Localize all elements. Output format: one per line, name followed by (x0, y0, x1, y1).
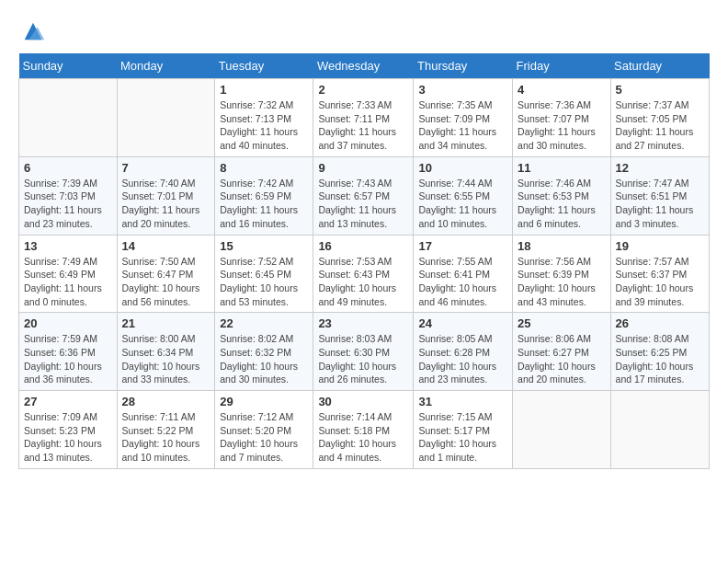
day-info: Sunrise: 7:44 AM Sunset: 6:55 PM Dayligh… (418, 177, 507, 231)
calendar-cell (513, 391, 611, 469)
calendar-cell: 9Sunrise: 7:43 AM Sunset: 6:57 PM Daylig… (313, 156, 414, 235)
day-info: Sunrise: 7:56 AM Sunset: 6:39 PM Dayligh… (518, 255, 606, 309)
day-info: Sunrise: 7:32 AM Sunset: 7:13 PM Dayligh… (220, 98, 308, 153)
day-number: 25 (518, 316, 606, 330)
weekday-header: Monday (117, 53, 215, 79)
day-info: Sunrise: 7:39 AM Sunset: 7:03 PM Dayligh… (24, 177, 112, 231)
day-number: 9 (318, 161, 408, 175)
day-number: 26 (616, 316, 704, 330)
day-number: 27 (24, 395, 112, 408)
day-info: Sunrise: 8:03 AM Sunset: 6:30 PM Dayligh… (318, 332, 408, 386)
day-number: 13 (24, 239, 112, 253)
day-number: 10 (418, 161, 507, 175)
weekday-header: Friday (513, 53, 611, 79)
day-number: 17 (418, 239, 507, 253)
calendar-cell: 13Sunrise: 7:49 AM Sunset: 6:49 PM Dayli… (19, 235, 118, 313)
day-number: 20 (24, 316, 112, 330)
day-number: 16 (318, 239, 408, 253)
day-number: 24 (418, 316, 507, 330)
calendar-week-row: 1Sunrise: 7:32 AM Sunset: 7:13 PM Daylig… (19, 79, 710, 157)
day-info: Sunrise: 7:46 AM Sunset: 6:53 PM Dayligh… (518, 177, 606, 231)
day-number: 15 (220, 239, 308, 253)
calendar-cell: 16Sunrise: 7:53 AM Sunset: 6:43 PM Dayli… (313, 235, 414, 313)
calendar-cell: 29Sunrise: 7:12 AM Sunset: 5:20 PM Dayli… (215, 391, 313, 469)
day-info: Sunrise: 7:40 AM Sunset: 7:01 PM Dayligh… (122, 177, 210, 231)
day-info: Sunrise: 7:43 AM Sunset: 6:57 PM Dayligh… (318, 177, 408, 231)
calendar-cell: 2Sunrise: 7:33 AM Sunset: 7:11 PM Daylig… (313, 79, 414, 157)
calendar-cell: 6Sunrise: 7:39 AM Sunset: 7:03 PM Daylig… (19, 156, 118, 235)
day-number: 14 (122, 239, 210, 253)
calendar-cell: 21Sunrise: 8:00 AM Sunset: 6:34 PM Dayli… (117, 313, 215, 391)
day-info: Sunrise: 7:57 AM Sunset: 6:37 PM Dayligh… (616, 255, 704, 309)
logo (18, 18, 46, 44)
day-number: 21 (122, 316, 210, 330)
calendar-cell (117, 79, 215, 157)
day-info: Sunrise: 7:36 AM Sunset: 7:07 PM Dayligh… (518, 98, 606, 153)
day-info: Sunrise: 7:12 AM Sunset: 5:20 PM Dayligh… (220, 410, 308, 465)
calendar-cell: 26Sunrise: 8:08 AM Sunset: 6:25 PM Dayli… (610, 313, 709, 391)
calendar-cell: 11Sunrise: 7:46 AM Sunset: 6:53 PM Dayli… (513, 156, 611, 235)
day-info: Sunrise: 7:55 AM Sunset: 6:41 PM Dayligh… (418, 255, 507, 309)
weekday-header: Saturday (610, 53, 709, 79)
calendar-cell: 20Sunrise: 7:59 AM Sunset: 6:36 PM Dayli… (19, 313, 118, 391)
day-number: 22 (220, 316, 308, 330)
calendar-cell: 15Sunrise: 7:52 AM Sunset: 6:45 PM Dayli… (215, 235, 313, 313)
day-number: 28 (122, 395, 210, 408)
weekday-header: Thursday (414, 53, 513, 79)
calendar-cell: 7Sunrise: 7:40 AM Sunset: 7:01 PM Daylig… (117, 156, 215, 235)
day-number: 23 (318, 316, 408, 330)
day-number: 6 (24, 161, 112, 175)
calendar-cell: 18Sunrise: 7:56 AM Sunset: 6:39 PM Dayli… (513, 235, 611, 313)
calendar-cell: 3Sunrise: 7:35 AM Sunset: 7:09 PM Daylig… (414, 79, 513, 157)
day-info: Sunrise: 7:49 AM Sunset: 6:49 PM Dayligh… (24, 255, 112, 309)
day-info: Sunrise: 8:00 AM Sunset: 6:34 PM Dayligh… (122, 332, 210, 386)
calendar-week-row: 13Sunrise: 7:49 AM Sunset: 6:49 PM Dayli… (19, 235, 710, 313)
calendar-cell: 10Sunrise: 7:44 AM Sunset: 6:55 PM Dayli… (414, 156, 513, 235)
day-info: Sunrise: 7:47 AM Sunset: 6:51 PM Dayligh… (616, 177, 704, 231)
day-info: Sunrise: 8:08 AM Sunset: 6:25 PM Dayligh… (616, 332, 704, 386)
day-info: Sunrise: 7:35 AM Sunset: 7:09 PM Dayligh… (418, 98, 507, 153)
day-number: 18 (518, 239, 606, 253)
day-number: 5 (616, 83, 704, 97)
day-info: Sunrise: 7:33 AM Sunset: 7:11 PM Dayligh… (318, 98, 408, 153)
weekday-header: Tuesday (215, 53, 313, 79)
calendar-cell (610, 391, 709, 469)
day-info: Sunrise: 7:53 AM Sunset: 6:43 PM Dayligh… (318, 255, 408, 309)
logo-icon (20, 18, 46, 44)
calendar-cell: 24Sunrise: 8:05 AM Sunset: 6:28 PM Dayli… (414, 313, 513, 391)
day-number: 30 (318, 395, 408, 408)
calendar-week-row: 6Sunrise: 7:39 AM Sunset: 7:03 PM Daylig… (19, 156, 710, 235)
day-info: Sunrise: 8:05 AM Sunset: 6:28 PM Dayligh… (418, 332, 507, 386)
calendar-header-row: SundayMondayTuesdayWednesdayThursdayFrid… (19, 53, 710, 79)
calendar-cell: 19Sunrise: 7:57 AM Sunset: 6:37 PM Dayli… (610, 235, 709, 313)
calendar-cell: 30Sunrise: 7:14 AM Sunset: 5:18 PM Dayli… (313, 391, 414, 469)
day-info: Sunrise: 8:06 AM Sunset: 6:27 PM Dayligh… (518, 332, 606, 386)
calendar-cell: 23Sunrise: 8:03 AM Sunset: 6:30 PM Dayli… (313, 313, 414, 391)
weekday-header: Wednesday (313, 53, 414, 79)
calendar-cell: 12Sunrise: 7:47 AM Sunset: 6:51 PM Dayli… (610, 156, 709, 235)
calendar-cell: 5Sunrise: 7:37 AM Sunset: 7:05 PM Daylig… (610, 79, 709, 157)
day-number: 8 (220, 161, 308, 175)
calendar-cell: 25Sunrise: 8:06 AM Sunset: 6:27 PM Dayli… (513, 313, 611, 391)
calendar-cell: 1Sunrise: 7:32 AM Sunset: 7:13 PM Daylig… (215, 79, 313, 157)
day-number: 2 (318, 83, 408, 97)
calendar-cell (19, 79, 118, 157)
page-header (18, 18, 710, 44)
day-info: Sunrise: 7:15 AM Sunset: 5:17 PM Dayligh… (418, 410, 507, 465)
day-info: Sunrise: 7:14 AM Sunset: 5:18 PM Dayligh… (318, 410, 408, 465)
day-number: 29 (220, 395, 308, 408)
calendar-week-row: 20Sunrise: 7:59 AM Sunset: 6:36 PM Dayli… (19, 313, 710, 391)
calendar-cell: 4Sunrise: 7:36 AM Sunset: 7:07 PM Daylig… (513, 79, 611, 157)
day-number: 7 (122, 161, 210, 175)
calendar-cell: 28Sunrise: 7:11 AM Sunset: 5:22 PM Dayli… (117, 391, 215, 469)
day-number: 4 (518, 83, 606, 97)
calendar-cell: 22Sunrise: 8:02 AM Sunset: 6:32 PM Dayli… (215, 313, 313, 391)
day-info: Sunrise: 8:02 AM Sunset: 6:32 PM Dayligh… (220, 332, 308, 386)
calendar-cell: 31Sunrise: 7:15 AM Sunset: 5:17 PM Dayli… (414, 391, 513, 469)
day-number: 12 (616, 161, 704, 175)
day-info: Sunrise: 7:59 AM Sunset: 6:36 PM Dayligh… (24, 332, 112, 386)
day-number: 11 (518, 161, 606, 175)
calendar-week-row: 27Sunrise: 7:09 AM Sunset: 5:23 PM Dayli… (19, 391, 710, 469)
day-info: Sunrise: 7:52 AM Sunset: 6:45 PM Dayligh… (220, 255, 308, 309)
day-number: 1 (220, 83, 308, 97)
